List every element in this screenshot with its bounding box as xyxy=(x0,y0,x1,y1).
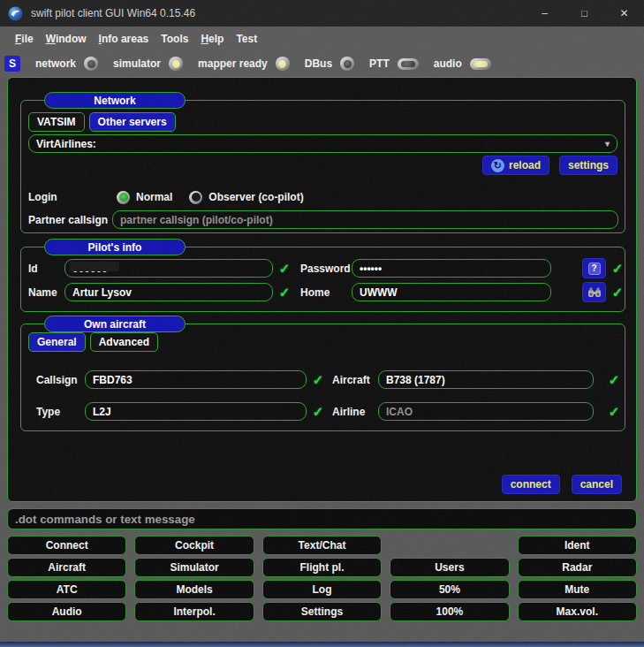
chevron-down-icon: ▾ xyxy=(605,139,610,148)
grid-button-simulator[interactable]: Simulator xyxy=(134,558,254,577)
password-label: Password xyxy=(300,263,352,275)
grid-button-cockpit[interactable]: Cockpit xyxy=(134,536,254,555)
grid-button-settings[interactable]: Settings xyxy=(262,602,382,621)
type-input[interactable] xyxy=(85,402,307,421)
grid-button-100pct[interactable]: 100% xyxy=(390,602,509,621)
home-lookup-button[interactable] xyxy=(582,282,606,302)
partner-callsign-input[interactable] xyxy=(112,210,618,229)
titlebar: swift pilot client GUI Win64 0.15.46 – □… xyxy=(0,0,644,27)
grid-button-log[interactable]: Log xyxy=(262,580,382,599)
network-led-icon xyxy=(84,57,98,71)
menu-test[interactable]: Test xyxy=(236,33,257,45)
type-label: Type xyxy=(36,406,85,418)
airline-valid-check-icon: ✓ xyxy=(607,404,621,420)
server-combo[interactable]: VirtAirlines: ▾ xyxy=(28,134,617,153)
radio-observer[interactable]: Observer (co-pilot) xyxy=(189,191,303,204)
airline-input[interactable] xyxy=(378,402,594,421)
swift-s-badge: S xyxy=(4,56,20,72)
name-input[interactable] xyxy=(64,283,273,301)
menu-help[interactable]: Help xyxy=(201,33,224,45)
network-group: Network VATSIM Other servers VirtAirline… xyxy=(20,100,625,233)
partner-callsign-row: Partner callsign xyxy=(28,210,618,229)
maximize-icon[interactable]: □ xyxy=(564,0,604,27)
question-icon: ? xyxy=(588,263,601,275)
callsign-valid-check-icon: ✓ xyxy=(311,372,325,388)
partner-callsign-label: Partner callsign xyxy=(28,214,112,226)
name-valid-check-icon: ✓ xyxy=(277,285,292,301)
grid-empty-cell xyxy=(390,536,509,555)
indicator-mapper-ready: mapper ready xyxy=(198,57,290,71)
own-aircraft-group: Own aircraft General Advanced Callsign ✓… xyxy=(20,324,625,431)
radio-normal[interactable]: Normal xyxy=(117,191,172,204)
grid-button-ident[interactable]: Ident xyxy=(518,536,637,555)
server-tabs: VATSIM Other servers xyxy=(28,112,180,132)
grid-button-users[interactable]: Users xyxy=(390,558,509,577)
dbus-led-icon xyxy=(340,57,354,71)
menu-info-areas[interactable]: Info areas xyxy=(99,33,149,45)
tab-other-servers[interactable]: Other servers xyxy=(89,112,176,132)
grid-button-audio[interactable]: Audio xyxy=(7,602,126,621)
grid-button-maxvol[interactable]: Max.vol. xyxy=(518,602,637,621)
reload-button[interactable]: ↻ reload xyxy=(482,156,549,175)
tab-general[interactable]: General xyxy=(28,332,86,352)
mapper-led-icon xyxy=(276,57,290,71)
grid-button-aircraft[interactable]: Aircraft xyxy=(7,558,126,577)
cancel-button[interactable]: cancel xyxy=(572,475,622,494)
binoculars-icon xyxy=(587,287,602,298)
home-valid-check-icon: ✓ xyxy=(610,285,625,301)
pilot-info-group-title: Pilot's info xyxy=(44,239,186,255)
window-bottom-edge xyxy=(0,642,644,647)
radio-observer-icon xyxy=(189,191,202,204)
grid-button-50pct[interactable]: 50% xyxy=(390,580,509,599)
close-icon[interactable]: ✕ xyxy=(604,0,644,27)
grid-button-flight-plan[interactable]: Flight pl. xyxy=(262,558,382,577)
network-group-title: Network xyxy=(44,92,186,109)
login-label: Login xyxy=(28,191,117,203)
password-input[interactable] xyxy=(352,259,551,278)
menu-file[interactable]: File xyxy=(15,33,34,45)
aircraft-input[interactable] xyxy=(378,370,594,389)
ptt-led-icon xyxy=(398,58,419,70)
command-input[interactable] xyxy=(7,508,637,529)
tab-vatsim[interactable]: VATSIM xyxy=(28,112,85,132)
swift-app-icon xyxy=(8,6,23,21)
indicator-audio: audio xyxy=(434,57,491,70)
main-panel: Network VATSIM Other servers VirtAirline… xyxy=(7,77,637,502)
name-label: Name xyxy=(28,286,64,299)
hotkey-button-grid: Connect Cockpit Text/Chat Ident Aircraft… xyxy=(7,536,637,621)
tab-advanced[interactable]: Advanced xyxy=(90,332,158,352)
window-title: swift pilot client GUI Win64 0.15.46 xyxy=(31,7,195,19)
pilot-info-group: Pilot's info Id ✓ Password ? ✓ Name ✓ Ho… xyxy=(20,247,625,312)
grid-button-text-chat[interactable]: Text/Chat xyxy=(262,536,382,555)
grid-button-models[interactable]: Models xyxy=(134,580,254,599)
grid-button-mute[interactable]: Mute xyxy=(518,580,637,599)
reload-icon: ↻ xyxy=(491,159,504,172)
aircraft-label: Aircraft xyxy=(332,374,374,386)
connect-button[interactable]: connect xyxy=(502,475,560,494)
audio-led-icon xyxy=(470,58,491,70)
grid-button-radar[interactable]: Radar xyxy=(518,558,637,577)
type-valid-check-icon: ✓ xyxy=(311,404,325,420)
grid-button-atc[interactable]: ATC xyxy=(7,580,126,599)
login-row: Login Normal Observer (co-pilot) xyxy=(28,189,321,205)
menu-tools[interactable]: Tools xyxy=(161,33,188,45)
id-redaction xyxy=(70,262,119,271)
settings-button[interactable]: settings xyxy=(559,156,617,175)
password-valid-check-icon: ✓ xyxy=(610,261,625,277)
id-valid-check-icon: ✓ xyxy=(277,261,292,277)
minimize-icon[interactable]: – xyxy=(525,0,564,27)
grid-button-interpol[interactable]: Interpol. xyxy=(134,602,254,621)
callsign-label: Callsign xyxy=(36,374,85,386)
own-aircraft-tabs: General Advanced xyxy=(28,332,163,352)
statusbar: S network simulator mapper ready DBus PT… xyxy=(0,50,644,77)
aircraft-valid-check-icon: ✓ xyxy=(607,372,621,388)
toolbar-area: File Window Info areas Tools Help Test S… xyxy=(0,27,644,77)
password-help-button[interactable]: ? xyxy=(582,258,606,278)
grid-button-connect[interactable]: Connect xyxy=(7,536,126,555)
menu-window[interactable]: Window xyxy=(46,33,87,45)
simulator-led-icon xyxy=(169,57,183,71)
home-input[interactable] xyxy=(352,283,551,301)
home-label: Home xyxy=(300,286,352,299)
callsign-input[interactable] xyxy=(85,370,307,389)
indicator-ptt: PTT xyxy=(369,57,419,70)
